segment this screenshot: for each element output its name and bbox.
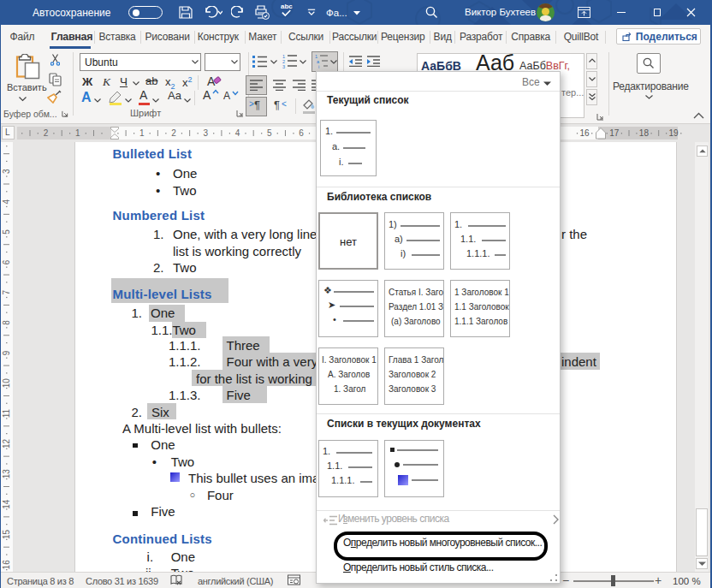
svg-text:16: 16 xyxy=(2,560,11,570)
svg-text:15: 15 xyxy=(2,530,11,540)
svg-text:6: 6 xyxy=(2,259,11,264)
svg-text:12: 12 xyxy=(2,438,11,448)
svg-text:16: 16 xyxy=(579,128,590,138)
svg-text:5: 5 xyxy=(267,128,272,138)
svg-text:17: 17 xyxy=(609,128,620,138)
svg-text:1: 1 xyxy=(139,128,145,138)
svg-text:2: 2 xyxy=(171,128,176,138)
svg-text:18: 18 xyxy=(639,128,650,138)
svg-text:6: 6 xyxy=(299,128,304,138)
svg-text:4: 4 xyxy=(235,128,240,138)
svg-text:2: 2 xyxy=(44,128,49,138)
svg-text:13: 13 xyxy=(2,469,11,479)
svg-text:5: 5 xyxy=(2,229,11,235)
svg-text:9: 9 xyxy=(2,350,11,355)
svg-text:19: 19 xyxy=(669,128,679,138)
svg-text:7: 7 xyxy=(2,289,11,294)
svg-text:3: 3 xyxy=(204,128,209,138)
svg-text:8: 8 xyxy=(2,320,11,325)
svg-text:3: 3 xyxy=(282,64,285,69)
svg-text:i: i xyxy=(318,64,319,68)
svg-text:10: 10 xyxy=(2,378,11,389)
svg-text:3: 3 xyxy=(2,169,11,174)
svg-text:11: 11 xyxy=(2,408,11,418)
svg-text:14: 14 xyxy=(2,499,11,509)
svg-text:1: 1 xyxy=(75,128,80,138)
svg-text:4: 4 xyxy=(2,199,11,204)
